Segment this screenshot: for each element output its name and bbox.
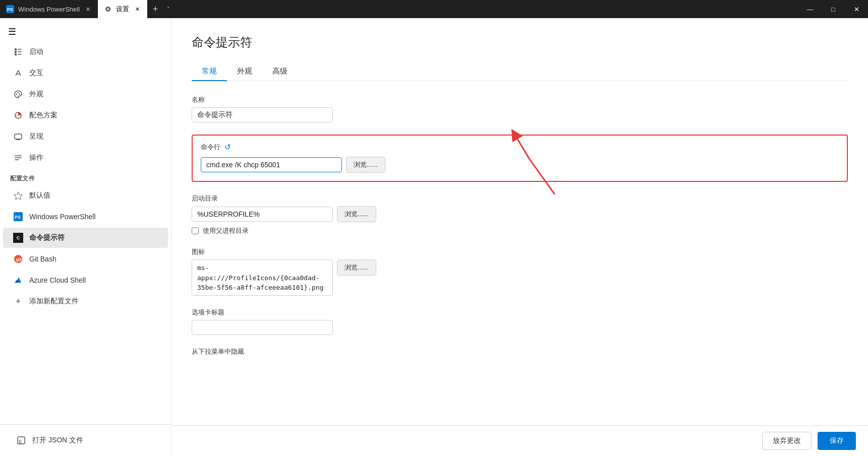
startdir-input[interactable] (192, 207, 333, 222)
new-tab-button[interactable]: + (147, 0, 163, 18)
settings-tab-icon: ⚙ (104, 5, 112, 13)
tab-powershell-close[interactable]: ✕ (84, 5, 92, 13)
open-json-button[interactable]: {} 打开 JSON 文件 (6, 430, 165, 450)
svg-point-10 (18, 92, 19, 93)
sidebar-item-startup[interactable]: 启动 (3, 42, 168, 62)
settings-tabs: 常规 外观 高级 (192, 62, 848, 81)
sidebar-item-add-profile-label: 添加新配置文件 (29, 297, 79, 306)
name-label: 名称 (192, 95, 848, 104)
svg-rect-4 (15, 53, 17, 55)
command-line-browse-button[interactable]: 浏览...... (346, 157, 385, 173)
tab-settings-label: 设置 (116, 5, 129, 14)
svg-rect-13 (15, 134, 22, 139)
sidebar-item-colorscheme-label: 配色方案 (29, 111, 57, 120)
name-input[interactable] (192, 107, 333, 122)
svg-rect-7 (18, 54, 22, 55)
gitbash-icon: git (13, 254, 23, 264)
svg-text:{}: {} (19, 439, 22, 443)
sidebar-item-cmd-label: 命令提示符 (29, 233, 65, 242)
tab-title-group: 选项卡标题 (192, 308, 848, 335)
refresh-icon[interactable]: ↺ (224, 143, 231, 152)
svg-rect-6 (18, 51, 22, 52)
icon-group: 图标 ms-appx:///ProfileIcons/{0caa0dad-35b… (192, 247, 848, 296)
tab-powershell[interactable]: PS Windows PowerShell ✕ (0, 0, 98, 18)
sidebar-menu-button[interactable]: ☰ (0, 18, 171, 41)
save-button[interactable]: 保存 (818, 432, 856, 450)
startdir-row: 浏览...... (192, 206, 848, 222)
tab-advanced[interactable]: 高级 (262, 62, 298, 81)
svg-rect-2 (15, 48, 17, 50)
minimize-button[interactable]: — (798, 0, 822, 18)
tab-settings-close[interactable]: ✕ (133, 5, 141, 13)
command-line-label: 命令行 (201, 143, 220, 152)
use-parent-dir-row: 使用父进程目录 (192, 226, 848, 235)
name-group: 名称 (192, 95, 848, 122)
title-bar: PS Windows PowerShell ✕ ⚙ 设置 ✕ + ˅ — □ ✕ (0, 0, 868, 18)
colorscheme-icon (13, 110, 23, 120)
main-content: 命令提示符 常规 外观 高级 名称 命令行 ↺ 浏览...... 启动目录 (171, 18, 868, 456)
sidebar-item-powershell[interactable]: PS Windows PowerShell (3, 207, 168, 227)
use-parent-dir-checkbox[interactable] (192, 227, 199, 234)
tab-title-input[interactable] (192, 320, 333, 335)
sidebar-item-azure-label: Azure Cloud Shell (29, 276, 86, 284)
command-line-label-row: 命令行 ↺ (201, 143, 839, 152)
json-icon: {} (16, 435, 26, 445)
tab-appearance[interactable]: 外观 (227, 62, 262, 81)
use-parent-dir-label: 使用父进程目录 (203, 226, 249, 235)
tab-general[interactable]: 常规 (192, 62, 227, 81)
svg-point-11 (19, 94, 20, 95)
icon-input[interactable]: ms-appx:///ProfileIcons/{0caa0dad-35be-5… (192, 259, 333, 296)
sidebar-item-rendering[interactable]: 呈现 (3, 126, 168, 147)
startdir-browse-button[interactable]: 浏览...... (337, 206, 376, 222)
tab-settings[interactable]: ⚙ 设置 ✕ (98, 0, 147, 18)
tab-powershell-label: Windows PowerShell (18, 6, 80, 13)
sidebar-item-defaults-label: 默认值 (29, 191, 50, 200)
sidebar-item-add-profile[interactable]: + 添加新配置文件 (3, 291, 168, 311)
svg-text:PS: PS (7, 7, 13, 12)
icon-browse-button[interactable]: 浏览...... (337, 259, 376, 276)
svg-point-9 (16, 94, 17, 95)
app-layout: ☰ 启动 交互 外观 配色方案 (0, 18, 868, 456)
sidebar-item-powershell-label: Windows PowerShell (29, 213, 96, 221)
sidebar-item-actions[interactable]: 操作 (3, 148, 168, 168)
sidebar-item-defaults[interactable]: 默认值 (3, 185, 168, 206)
sidebar-item-cmd[interactable]: C 命令提示符 (3, 228, 168, 248)
tab-title-label: 选项卡标题 (192, 308, 848, 317)
svg-rect-14 (16, 139, 20, 140)
hide-dropdown-label: 从下拉菜单中隐藏 (192, 347, 848, 356)
maximize-button[interactable]: □ (822, 0, 845, 18)
icon-label: 图标 (192, 247, 848, 256)
add-profile-icon: + (13, 296, 23, 306)
command-line-section: 命令行 ↺ 浏览...... (192, 135, 848, 182)
sidebar-item-gitbash[interactable]: git Git Bash (3, 249, 168, 269)
powershell-tab-icon: PS (6, 5, 14, 13)
startup-icon (13, 47, 23, 57)
svg-rect-3 (15, 51, 17, 53)
sidebar: ☰ 启动 交互 外观 配色方案 (0, 18, 171, 456)
svg-text:git: git (16, 257, 22, 262)
azure-icon (13, 275, 23, 285)
command-line-input[interactable] (201, 157, 342, 172)
sidebar-item-startup-label: 启动 (29, 47, 43, 56)
icon-row: ms-appx:///ProfileIcons/{0caa0dad-35be-5… (192, 259, 848, 296)
profiles-section-label: 配置文件 (0, 168, 171, 185)
startdir-group: 启动目录 浏览...... 使用父进程目录 (192, 194, 848, 235)
close-button[interactable]: ✕ (845, 0, 868, 18)
page-title: 命令提示符 (192, 34, 848, 50)
window-controls: — □ ✕ (798, 0, 868, 18)
sidebar-item-interaction-label: 交互 (29, 69, 43, 78)
sidebar-item-colorscheme[interactable]: 配色方案 (3, 105, 168, 125)
open-json-label: 打开 JSON 文件 (32, 436, 83, 445)
cmd-icon: C (13, 233, 23, 243)
svg-rect-5 (18, 49, 22, 50)
sidebar-item-appearance[interactable]: 外观 (3, 84, 168, 104)
startdir-label: 启动目录 (192, 194, 848, 203)
bottom-bar: 放弃更改 保存 (171, 425, 868, 456)
sidebar-item-actions-label: 操作 (29, 153, 43, 162)
cancel-button[interactable]: 放弃更改 (762, 432, 812, 450)
sidebar-item-azure[interactable]: Azure Cloud Shell (3, 270, 168, 290)
sidebar-item-gitbash-label: Git Bash (29, 255, 56, 263)
sidebar-item-interaction[interactable]: 交互 (3, 63, 168, 83)
tab-dropdown-button[interactable]: ˅ (163, 0, 173, 18)
interaction-icon (13, 68, 23, 78)
